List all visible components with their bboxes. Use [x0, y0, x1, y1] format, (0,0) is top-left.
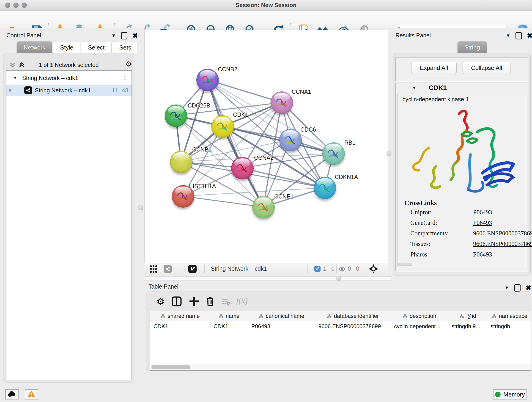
column-header-shared-name[interactable]: shared name — [150, 311, 210, 321]
collapse-triangle-icon[interactable]: ▼ — [412, 85, 416, 90]
edge-count: 48 — [122, 87, 128, 94]
network-options-gear-icon[interactable]: ⚙ — [126, 60, 132, 68]
close-panel-icon[interactable]: ✖ — [526, 284, 531, 292]
column-header-description[interactable]: description — [391, 311, 448, 321]
column-header-name[interactable]: name — [210, 311, 248, 321]
table-h-scrollbar[interactable] — [151, 364, 531, 370]
column-header-canonical-name[interactable]: canonical name — [248, 311, 315, 321]
table-cell: CDK1 — [210, 321, 248, 332]
network-node-ccnb1[interactable] — [170, 151, 192, 173]
float-menu-icon[interactable]: ▼ — [505, 285, 509, 290]
network-edge[interactable] — [207, 80, 282, 102]
selected-nodes-checkbox[interactable]: ✓ — [314, 266, 321, 272]
float-panel-icon[interactable] — [121, 32, 127, 39]
protein-ribbon-art — [255, 199, 272, 215]
table-row[interactable]: CDK1CDK1P064939606.ENSP00000378699cyclin… — [150, 321, 531, 332]
network-node-rb1[interactable] — [322, 142, 345, 165]
node-label: CDC6 — [300, 126, 316, 133]
column-header--id[interactable]: @id — [448, 311, 487, 321]
crosslink-link[interactable]: 9606.ENSP00000378699 — [473, 230, 532, 237]
network-node-cdkn1a[interactable] — [314, 177, 336, 199]
float-panel-icon[interactable] — [514, 284, 520, 292]
current-network-dot-icon — [9, 89, 12, 92]
delete-table-icon[interactable] — [220, 296, 232, 308]
float-menu-icon[interactable]: ▼ — [111, 33, 116, 38]
crosslink-link[interactable]: P06493 — [473, 251, 492, 258]
table-cell: CDK1 — [150, 321, 210, 332]
string-badge-icon[interactable] — [164, 265, 172, 273]
cloud-status-button[interactable] — [5, 389, 19, 400]
node-gloss — [173, 152, 189, 161]
protein-ribbon-art — [174, 189, 192, 204]
protein-ribbon-art — [325, 146, 342, 161]
crosslink-label: Tissues: — [410, 240, 431, 248]
crosslink-link[interactable]: P06493 — [473, 219, 492, 226]
tab-style[interactable]: Style — [53, 41, 80, 53]
close-panel-icon[interactable]: ✖ — [527, 32, 532, 40]
network-edges-layer[interactable] — [145, 30, 388, 263]
network-collection-row[interactable]: ▼ String Network – cdk1 1 — [6, 72, 132, 83]
network-node-cdc25b[interactable] — [165, 104, 187, 127]
table-options-gear-icon[interactable]: ⚙ — [155, 295, 167, 307]
tab-network[interactable]: Network — [17, 41, 52, 53]
column-header-database-identifier[interactable]: database identifier — [315, 311, 391, 321]
tab-sets[interactable]: Sets — [112, 41, 138, 53]
float-panel-icon[interactable] — [515, 32, 522, 39]
cloud-icon — [7, 391, 16, 398]
show-columns-icon[interactable] — [171, 295, 183, 307]
expand-all-button[interactable]: Expand All — [411, 62, 457, 74]
protein-ribbon-art — [273, 95, 291, 110]
horizontal-splitter-grip[interactable] — [336, 276, 341, 281]
node-table: shared name name canonical name database… — [150, 311, 531, 370]
left-splitter[interactable] — [137, 28, 145, 386]
warning-status-button[interactable] — [25, 389, 38, 400]
grid-view-icon[interactable] — [149, 265, 158, 274]
memory-button[interactable]: Memory — [493, 389, 527, 400]
delete-column-trash-icon[interactable] — [204, 295, 216, 307]
network-node-ccne1[interactable] — [252, 196, 275, 218]
collapse-triangle-icon[interactable]: ▼ — [13, 76, 17, 80]
selected-count: 1 - 0 — [323, 265, 335, 272]
network-collection-label: String Network – cdk1 — [22, 75, 78, 81]
tab-select[interactable]: Select — [81, 41, 112, 53]
table-h-scrollbar-thumb[interactable] — [152, 365, 190, 369]
hidden-eye-icon — [339, 266, 346, 273]
protein-structure-image — [402, 104, 521, 196]
crosslink-link[interactable]: P06493 — [473, 209, 492, 216]
string-network-icon — [24, 86, 32, 94]
network-node-cdk1[interactable] — [211, 115, 234, 138]
control-panel: Control Panel ▼ ✖ Network Style Select S… — [0, 28, 137, 386]
network-node-ccna1[interactable] — [271, 91, 293, 114]
crosslink-label: Uniprot: — [410, 209, 431, 216]
network-node-cdc6[interactable] — [279, 129, 302, 151]
tab-string[interactable]: String — [457, 41, 487, 53]
protein-section-header[interactable]: ▼ CDK1 — [396, 83, 528, 93]
node-label: CCNB2 — [218, 66, 237, 73]
node-label: CDC25B — [188, 102, 210, 109]
right-splitter[interactable] — [388, 28, 392, 274]
crosslink-label: GeneCard: — [410, 219, 437, 226]
float-menu-icon[interactable]: ▼ — [506, 33, 510, 38]
node-label: CCNA1 — [292, 89, 311, 95]
network-edge[interactable] — [183, 196, 263, 207]
column-type-icon — [219, 314, 223, 318]
network-node-ccna2[interactable] — [231, 157, 254, 179]
table-header-row: shared name name canonical name database… — [150, 311, 531, 321]
create-column-icon[interactable] — [188, 295, 200, 307]
left-splitter-grip[interactable] — [138, 205, 143, 211]
warning-triangle-icon — [27, 390, 36, 399]
protein-name: CDK1 — [429, 84, 447, 92]
crosslink-link[interactable]: 9606.ENSP00000378699 — [473, 240, 532, 248]
column-header-namespace[interactable]: namespace — [487, 311, 531, 321]
crosslinks-scrollbar[interactable] — [399, 263, 412, 266]
table-cell: cyclin-dependent ... — [391, 321, 448, 332]
birdseye-crosshair-icon[interactable] — [369, 264, 378, 274]
network-node-ccnb2[interactable] — [196, 69, 219, 91]
network-view-canvas[interactable]: CCNB2 CCNA1 CDC25B CDK1 CDC6 — [144, 30, 388, 263]
open-in-window-icon[interactable] — [188, 265, 196, 273]
collapse-all-button[interactable]: Collapse All — [462, 62, 511, 74]
network-selection-summary: 1 of 1 Network selected — [3, 62, 134, 68]
network-row-selected[interactable]: String Network – cdk1 11 48 — [6, 85, 132, 96]
protein-ribbon-art — [214, 119, 231, 134]
function-builder-icon[interactable]: f(x) — [236, 296, 248, 306]
